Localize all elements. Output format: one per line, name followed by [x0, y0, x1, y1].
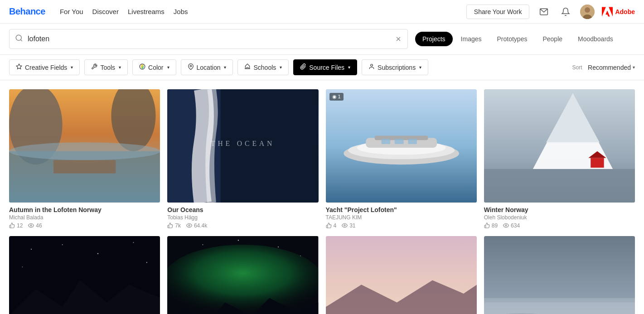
filter-subscriptions[interactable]: Subscriptions ▾ — [362, 59, 428, 75]
gallery-item-7[interactable]: Arctic Sunset Erik Larsen 18 87 — [326, 236, 477, 314]
gallery-info-2: Our Oceans Tobias Hägg 7k 64.4k — [167, 206, 318, 229]
gallery-author-1: Michal Balada — [9, 214, 160, 221]
svg-point-22 — [189, 225, 190, 226]
gallery-item-4[interactable]: Winter Norway Oleh Slobodeniuk 89 634 — [484, 89, 635, 229]
filter-bar: Creative Fields ▾ Tools ▾ — [0, 55, 644, 80]
gallery-item-6[interactable]: Aurora Borealis Nature Lens 55 302 — [167, 236, 318, 314]
gallery-image-2: THE OCEAN — [167, 89, 318, 203]
source-files-chevron: ▾ — [348, 65, 350, 70]
tab-moodboards[interactable]: Moodboards — [571, 32, 620, 46]
mail-button[interactable] — [537, 5, 551, 19]
avatar[interactable] — [580, 5, 595, 19]
filter-creative-fields[interactable]: Creative Fields ▾ — [9, 59, 80, 75]
filter-source-files[interactable]: Source Files ▾ — [293, 59, 357, 75]
svg-point-11 — [371, 64, 373, 67]
gallery-item-3[interactable]: ◉ 1 — [326, 89, 477, 229]
mail-icon — [539, 7, 548, 16]
gallery-item-1[interactable]: Autumn in the Lofoten Norway Michal Bala… — [9, 89, 160, 229]
filter-tools[interactable]: Tools ▾ — [84, 59, 128, 75]
gallery-views-4: 634 — [503, 222, 520, 229]
creative-fields-label: Creative Fields — [25, 64, 67, 71]
sort-chevron: ▾ — [633, 65, 635, 70]
notification-button[interactable] — [558, 5, 573, 19]
search-section: Projects Images Prototypes People Moodbo… — [0, 24, 644, 55]
svg-point-4 — [16, 35, 21, 40]
gallery-author-2: Tobias Hägg — [167, 214, 318, 221]
source-files-label: Source Files — [309, 64, 344, 71]
gallery-info-4: Winter Norway Oleh Slobodeniuk 89 634 — [484, 206, 635, 229]
color-label: Color — [148, 64, 163, 71]
thumbs-up-icon — [9, 222, 15, 228]
gallery-grid: Autumn in the Lofoten Norway Michal Bala… — [0, 80, 644, 314]
gallery-image-1 — [9, 89, 160, 203]
gallery-views-2: 64.4k — [186, 222, 207, 229]
gallery-views-3: 31 — [342, 222, 355, 229]
schools-label: Schools — [253, 64, 276, 71]
gallery-item-2[interactable]: THE OCEAN Our Oceans Tobias Hägg 7k 64.4… — [167, 89, 318, 229]
gallery-stats-3: 4 31 — [326, 222, 477, 229]
color-chevron: ▾ — [167, 65, 169, 70]
nav-livestreams[interactable]: Livestreams — [128, 6, 165, 17]
svg-point-39 — [505, 225, 507, 226]
bell-icon — [561, 7, 570, 16]
gallery-title-4: Winter Norway — [484, 206, 635, 213]
eye-icon — [28, 222, 34, 228]
tab-projects[interactable]: Projects — [415, 32, 453, 46]
gallery-likes-3: 4 — [326, 222, 337, 229]
filter-location[interactable]: Location ▾ — [181, 59, 233, 75]
svg-point-10 — [190, 65, 192, 67]
search-input[interactable] — [28, 35, 395, 43]
eye-icon-3 — [342, 222, 348, 228]
svg-marker-8 — [16, 64, 22, 69]
adobe-label: Adobe — [615, 8, 635, 15]
filter-color[interactable]: Color ▾ — [132, 59, 176, 75]
gallery-info-3: Yacht "Project Lofoten" TAEJUNG KIM 4 31 — [326, 206, 477, 229]
svg-point-32 — [344, 225, 345, 226]
subscriptions-label: Subscriptions — [378, 64, 416, 71]
gallery-stats-2: 7k 64.4k — [167, 222, 318, 229]
adobe-brand: Adobe — [602, 6, 635, 17]
gallery-author-4: Oleh Slobodeniuk — [484, 214, 635, 221]
svg-point-18 — [30, 225, 32, 226]
tab-people[interactable]: People — [535, 32, 570, 46]
header: Behance For You Discover Livestreams Job… — [0, 0, 644, 24]
creative-fields-chevron: ▾ — [71, 65, 73, 70]
logo[interactable]: Behance — [9, 6, 45, 17]
sort-label: Sort — [572, 64, 582, 71]
svg-point-2 — [585, 7, 590, 13]
gallery-likes-2: 7k — [167, 222, 181, 229]
search-tabs: Projects Images Prototypes People Moodbo… — [415, 32, 620, 46]
tab-prototypes[interactable]: Prototypes — [490, 32, 535, 46]
tools-chevron: ▾ — [119, 65, 121, 70]
svg-line-5 — [20, 39, 22, 41]
gallery-title-1: Autumn in the Lofoten Norway — [9, 206, 160, 213]
gallery-likes-4: 89 — [484, 222, 498, 229]
eye-icon-2 — [186, 222, 192, 228]
sort-section[interactable]: Sort Recommended ▾ — [572, 63, 635, 72]
share-button[interactable]: Share Your Work — [466, 5, 530, 19]
tools-icon — [91, 63, 97, 71]
nav-for-you[interactable]: For You — [60, 6, 83, 17]
gallery-info-1: Autumn in the Lofoten Norway Michal Bala… — [9, 206, 160, 229]
gallery-image-3: ◉ 1 — [326, 89, 477, 203]
header-right: Share Your Work Adobe — [466, 5, 635, 19]
avatar-image — [580, 5, 595, 19]
source-files-icon — [300, 63, 306, 71]
gallery-item-8[interactable]: Misty Fjords Anna Berg 41 215 — [484, 236, 635, 314]
eye-icon-4 — [503, 222, 509, 228]
nav-jobs[interactable]: Jobs — [174, 6, 188, 17]
gallery-title-3: Yacht "Project Lofoten" — [326, 206, 477, 213]
gallery-image-8 — [484, 236, 635, 314]
filter-schools[interactable]: Schools ▾ — [237, 59, 289, 75]
thumbs-up-icon-3 — [326, 222, 332, 228]
thumbs-up-icon-4 — [484, 222, 490, 228]
creative-fields-icon — [16, 63, 22, 71]
gallery-stats-4: 89 634 — [484, 222, 635, 229]
nav-discover[interactable]: Discover — [92, 6, 119, 17]
gallery-item-5[interactable]: Northern Lights Photo Artist 23 120 — [9, 236, 160, 314]
search-clear-button[interactable] — [395, 35, 402, 43]
schools-icon — [244, 63, 251, 71]
thumbs-up-icon-2 — [167, 222, 173, 228]
sort-value: Recommended — [588, 64, 631, 71]
tab-images[interactable]: Images — [454, 32, 489, 46]
